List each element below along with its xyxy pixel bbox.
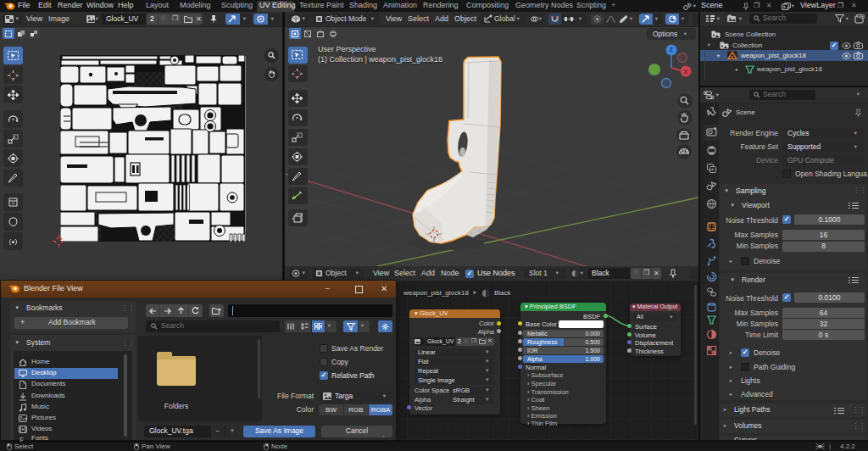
svg-text:X: X <box>684 69 688 75</box>
svg-text:Z: Z <box>670 47 674 53</box>
